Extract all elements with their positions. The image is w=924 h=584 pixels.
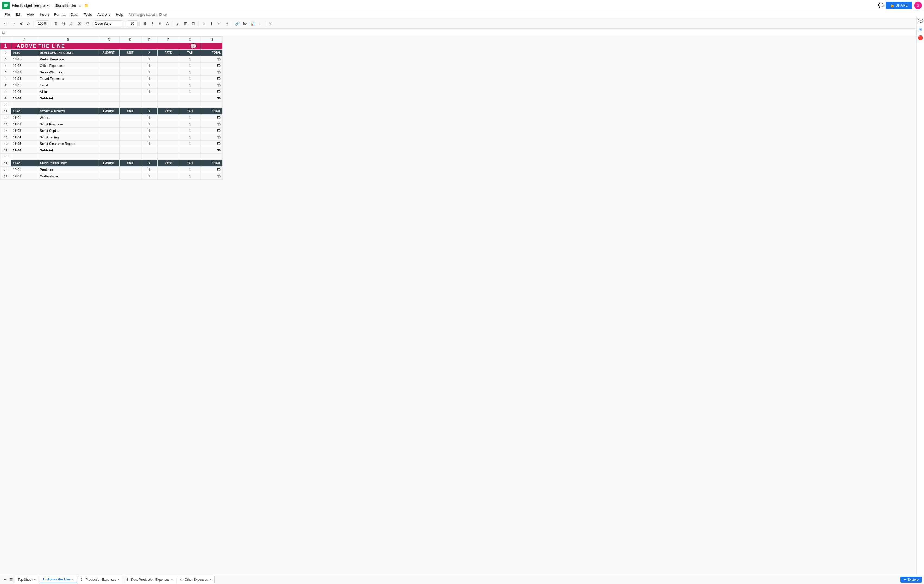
unit-10-02[interactable]	[120, 63, 141, 69]
col-header-e[interactable]: E	[141, 36, 158, 43]
amount-12-02[interactable]	[98, 173, 120, 179]
col-header-a[interactable]: A	[11, 36, 38, 43]
menu-format[interactable]: Format	[52, 12, 68, 17]
code-11-04[interactable]: 11-04	[11, 134, 38, 141]
unit-12-01[interactable]	[120, 166, 141, 173]
tab-10-04[interactable]: 1	[179, 76, 201, 82]
folder-icon[interactable]: 📁	[84, 3, 89, 8]
title-cell[interactable]: ABOVE THE LINE 💬	[11, 43, 201, 49]
amount-10-02[interactable]	[98, 63, 120, 69]
col-header-g[interactable]: G	[179, 36, 201, 43]
unit-10-06[interactable]	[120, 89, 141, 95]
menu-insert[interactable]: Insert	[38, 12, 51, 17]
section-code-10-00[interactable]: 10-00	[11, 49, 38, 56]
strikethrough-button[interactable]: S	[157, 20, 163, 27]
code-10-04[interactable]: 10-04	[11, 76, 38, 82]
tab-11-01[interactable]: 1	[179, 115, 201, 121]
decimal-more-button[interactable]: .00	[75, 20, 82, 27]
x-10-06[interactable]: 1	[141, 89, 158, 95]
print-button[interactable]: 🖨	[17, 20, 25, 27]
empty-f-18[interactable]	[158, 154, 179, 160]
subtotal-total-10-00[interactable]: $0	[201, 95, 223, 102]
x-12-02[interactable]: 1	[141, 173, 158, 179]
amount-10-03[interactable]	[98, 69, 120, 76]
rate-10-04[interactable]	[158, 76, 179, 82]
add-sheet-button[interactable]: +	[2, 577, 8, 582]
code-10-02[interactable]: 10-02	[11, 63, 38, 69]
subtotal-unit-10-00[interactable]	[120, 95, 141, 102]
amount-11-01[interactable]	[98, 115, 120, 121]
text-color-button[interactable]: A	[164, 20, 171, 27]
tab-10-01[interactable]: 1	[179, 56, 201, 63]
x-11-02[interactable]: 1	[141, 121, 158, 128]
menu-tools[interactable]: Tools	[81, 12, 94, 17]
rate-11-03[interactable]	[158, 128, 179, 134]
right-panel-icon-1[interactable]: 💬	[918, 18, 923, 23]
unit-11-02[interactable]	[120, 121, 141, 128]
tab-post-production-expenses[interactable]: 3 - Post-Production Expenses ▼	[124, 576, 177, 582]
x-11-04[interactable]: 1	[141, 134, 158, 141]
empty-a-10[interactable]	[11, 102, 38, 108]
amount-10-04[interactable]	[98, 76, 120, 82]
empty-c-10[interactable]	[98, 102, 120, 108]
total-11-02[interactable]: $0	[201, 121, 223, 128]
tab-11-04[interactable]: 1	[179, 134, 201, 141]
empty-f-10[interactable]	[158, 102, 179, 108]
unit-10-05[interactable]	[120, 82, 141, 89]
subtotal-unit-11-00[interactable]	[120, 147, 141, 154]
right-panel-icon-2[interactable]: ⊞	[919, 27, 922, 32]
unit-10-01[interactable]	[120, 56, 141, 63]
x-11-03[interactable]: 1	[141, 128, 158, 134]
merge-button[interactable]: ⊟	[190, 20, 197, 27]
section-name-11-00[interactable]: STORY & RIGHTS	[38, 108, 98, 115]
x-10-03[interactable]: 1	[141, 69, 158, 76]
menu-data[interactable]: Data	[69, 12, 80, 17]
code-12-01[interactable]: 12-01	[11, 166, 38, 173]
rate-11-04[interactable]	[158, 134, 179, 141]
amount-10-06[interactable]	[98, 89, 120, 95]
empty-h-18[interactable]	[201, 154, 223, 160]
total-11-01[interactable]: $0	[201, 115, 223, 121]
code-11-03[interactable]: 11-03	[11, 128, 38, 134]
subtotal-amount-10-00[interactable]	[98, 95, 120, 102]
unit-10-04[interactable]	[120, 76, 141, 82]
tab-12-02[interactable]: 1	[179, 173, 201, 179]
empty-b-10[interactable]	[38, 102, 98, 108]
rate-10-02[interactable]	[158, 63, 179, 69]
empty-d-18[interactable]	[120, 154, 141, 160]
name-10-03[interactable]: Survey/Scouting	[38, 69, 98, 76]
rate-11-05[interactable]	[158, 141, 179, 147]
section-name-12-00[interactable]: PRODUCERS UNIT	[38, 160, 98, 166]
amount-11-04[interactable]	[98, 134, 120, 141]
tab-12-01[interactable]: 1	[179, 166, 201, 173]
x-10-02[interactable]: 1	[141, 63, 158, 69]
total-11-04[interactable]: $0	[201, 134, 223, 141]
unit-12-02[interactable]	[120, 173, 141, 179]
image-button[interactable]: 🖼	[241, 20, 248, 27]
font-size-input[interactable]	[127, 20, 138, 27]
menu-view[interactable]: View	[25, 12, 36, 17]
link-button[interactable]: 🔗	[234, 20, 241, 27]
name-11-01[interactable]: Writers	[38, 115, 98, 121]
tab-other-expenses[interactable]: 4 - Other Expenses ▼	[177, 576, 214, 582]
borders-button[interactable]: ⊞	[182, 20, 189, 27]
empty-c-18[interactable]	[98, 154, 120, 160]
subtotal-rate-11-00[interactable]	[158, 147, 179, 154]
amount-10-05[interactable]	[98, 82, 120, 89]
x-10-05[interactable]: 1	[141, 82, 158, 89]
rate-11-01[interactable]	[158, 115, 179, 121]
code-11-01[interactable]: 11-01	[11, 115, 38, 121]
zoom-input[interactable]	[36, 20, 49, 27]
highlight-button[interactable]: 🖊	[175, 20, 182, 27]
rate-10-05[interactable]	[158, 82, 179, 89]
empty-d-10[interactable]	[120, 102, 141, 108]
tab-production-expenses[interactable]: 2 - Production Expenses ▼	[78, 576, 123, 582]
x-10-01[interactable]: 1	[141, 56, 158, 63]
name-10-04[interactable]: Travel Expenses	[38, 76, 98, 82]
paint-format-button[interactable]: 🖌	[25, 20, 32, 27]
subtotal-label-10-00[interactable]: Subtotal	[38, 95, 98, 102]
empty-b-18[interactable]	[38, 154, 98, 160]
bold-button[interactable]: B	[141, 20, 148, 27]
code-10-05[interactable]: 10-05	[11, 82, 38, 89]
total-10-03[interactable]: $0	[201, 69, 223, 76]
